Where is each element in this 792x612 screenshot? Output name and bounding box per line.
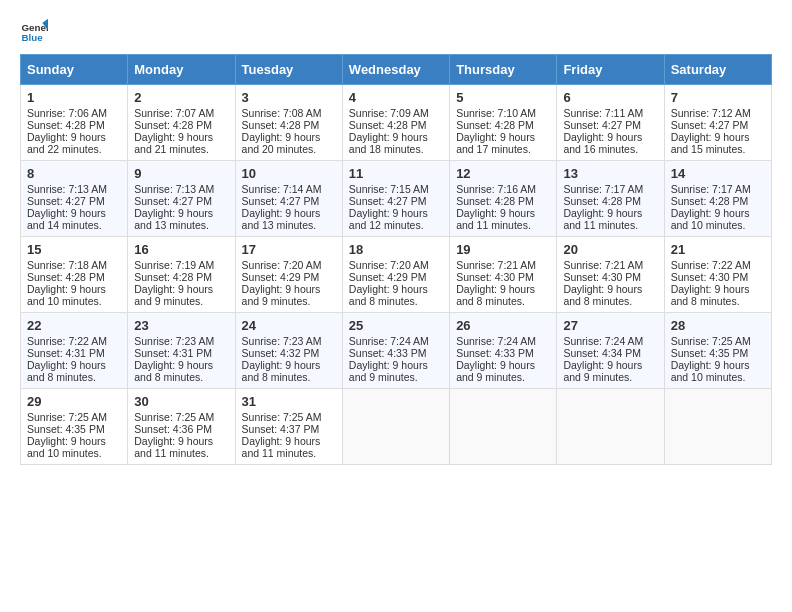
sunset-text: Sunset: 4:27 PM — [349, 195, 443, 207]
day-number: 23 — [134, 318, 228, 333]
col-header-saturday: Saturday — [664, 55, 771, 85]
sunset-text: Sunset: 4:28 PM — [563, 195, 657, 207]
sunrise-text: Sunrise: 7:17 AM — [563, 183, 657, 195]
daylight-text: Daylight: 9 hours and 8 minutes. — [563, 283, 657, 307]
calendar-cell: 19Sunrise: 7:21 AMSunset: 4:30 PMDayligh… — [450, 237, 557, 313]
calendar-cell: 22Sunrise: 7:22 AMSunset: 4:31 PMDayligh… — [21, 313, 128, 389]
calendar-cell: 20Sunrise: 7:21 AMSunset: 4:30 PMDayligh… — [557, 237, 664, 313]
sunrise-text: Sunrise: 7:22 AM — [671, 259, 765, 271]
day-number: 25 — [349, 318, 443, 333]
calendar-cell: 16Sunrise: 7:19 AMSunset: 4:28 PMDayligh… — [128, 237, 235, 313]
daylight-text: Daylight: 9 hours and 11 minutes. — [134, 435, 228, 459]
sunset-text: Sunset: 4:28 PM — [349, 119, 443, 131]
sunset-text: Sunset: 4:28 PM — [134, 119, 228, 131]
calendar-cell: 7Sunrise: 7:12 AMSunset: 4:27 PMDaylight… — [664, 85, 771, 161]
day-number: 22 — [27, 318, 121, 333]
calendar-cell: 21Sunrise: 7:22 AMSunset: 4:30 PMDayligh… — [664, 237, 771, 313]
sunrise-text: Sunrise: 7:21 AM — [456, 259, 550, 271]
calendar-cell: 26Sunrise: 7:24 AMSunset: 4:33 PMDayligh… — [450, 313, 557, 389]
sunrise-text: Sunrise: 7:25 AM — [671, 335, 765, 347]
sunset-text: Sunset: 4:30 PM — [456, 271, 550, 283]
day-number: 27 — [563, 318, 657, 333]
sunrise-text: Sunrise: 7:19 AM — [134, 259, 228, 271]
day-number: 15 — [27, 242, 121, 257]
calendar-cell: 24Sunrise: 7:23 AMSunset: 4:32 PMDayligh… — [235, 313, 342, 389]
daylight-text: Daylight: 9 hours and 9 minutes. — [242, 283, 336, 307]
calendar-cell: 1Sunrise: 7:06 AMSunset: 4:28 PMDaylight… — [21, 85, 128, 161]
daylight-text: Daylight: 9 hours and 8 minutes. — [671, 283, 765, 307]
calendar-cell: 3Sunrise: 7:08 AMSunset: 4:28 PMDaylight… — [235, 85, 342, 161]
daylight-text: Daylight: 9 hours and 9 minutes. — [563, 359, 657, 383]
daylight-text: Daylight: 9 hours and 10 minutes. — [671, 207, 765, 231]
day-number: 6 — [563, 90, 657, 105]
daylight-text: Daylight: 9 hours and 11 minutes. — [242, 435, 336, 459]
sunset-text: Sunset: 4:27 PM — [242, 195, 336, 207]
sunrise-text: Sunrise: 7:20 AM — [242, 259, 336, 271]
sunrise-text: Sunrise: 7:13 AM — [134, 183, 228, 195]
daylight-text: Daylight: 9 hours and 18 minutes. — [349, 131, 443, 155]
sunset-text: Sunset: 4:28 PM — [456, 119, 550, 131]
calendar-cell: 2Sunrise: 7:07 AMSunset: 4:28 PMDaylight… — [128, 85, 235, 161]
sunset-text: Sunset: 4:30 PM — [671, 271, 765, 283]
sunset-text: Sunset: 4:35 PM — [671, 347, 765, 359]
daylight-text: Daylight: 9 hours and 9 minutes. — [456, 359, 550, 383]
sunrise-text: Sunrise: 7:09 AM — [349, 107, 443, 119]
calendar-cell: 10Sunrise: 7:14 AMSunset: 4:27 PMDayligh… — [235, 161, 342, 237]
page-header: General Blue — [20, 16, 772, 44]
sunset-text: Sunset: 4:28 PM — [27, 271, 121, 283]
sunset-text: Sunset: 4:27 PM — [563, 119, 657, 131]
day-number: 29 — [27, 394, 121, 409]
day-number: 26 — [456, 318, 550, 333]
calendar-cell: 9Sunrise: 7:13 AMSunset: 4:27 PMDaylight… — [128, 161, 235, 237]
logo-icon: General Blue — [20, 16, 48, 44]
day-number: 3 — [242, 90, 336, 105]
svg-text:Blue: Blue — [21, 32, 43, 43]
daylight-text: Daylight: 9 hours and 13 minutes. — [134, 207, 228, 231]
col-header-thursday: Thursday — [450, 55, 557, 85]
sunrise-text: Sunrise: 7:23 AM — [134, 335, 228, 347]
day-number: 13 — [563, 166, 657, 181]
daylight-text: Daylight: 9 hours and 9 minutes. — [349, 359, 443, 383]
calendar-cell: 15Sunrise: 7:18 AMSunset: 4:28 PMDayligh… — [21, 237, 128, 313]
sunrise-text: Sunrise: 7:25 AM — [27, 411, 121, 423]
sunrise-text: Sunrise: 7:16 AM — [456, 183, 550, 195]
daylight-text: Daylight: 9 hours and 11 minutes. — [563, 207, 657, 231]
calendar-cell — [557, 389, 664, 465]
logo: General Blue — [20, 16, 52, 44]
daylight-text: Daylight: 9 hours and 8 minutes. — [27, 359, 121, 383]
calendar-cell: 18Sunrise: 7:20 AMSunset: 4:29 PMDayligh… — [342, 237, 449, 313]
calendar-cell: 6Sunrise: 7:11 AMSunset: 4:27 PMDaylight… — [557, 85, 664, 161]
sunrise-text: Sunrise: 7:25 AM — [242, 411, 336, 423]
daylight-text: Daylight: 9 hours and 10 minutes. — [27, 283, 121, 307]
day-number: 30 — [134, 394, 228, 409]
daylight-text: Daylight: 9 hours and 16 minutes. — [563, 131, 657, 155]
col-header-wednesday: Wednesday — [342, 55, 449, 85]
day-number: 12 — [456, 166, 550, 181]
sunrise-text: Sunrise: 7:24 AM — [349, 335, 443, 347]
sunset-text: Sunset: 4:28 PM — [27, 119, 121, 131]
day-number: 4 — [349, 90, 443, 105]
calendar-cell: 12Sunrise: 7:16 AMSunset: 4:28 PMDayligh… — [450, 161, 557, 237]
sunset-text: Sunset: 4:29 PM — [349, 271, 443, 283]
calendar-cell — [450, 389, 557, 465]
calendar-cell: 25Sunrise: 7:24 AMSunset: 4:33 PMDayligh… — [342, 313, 449, 389]
day-number: 2 — [134, 90, 228, 105]
sunset-text: Sunset: 4:31 PM — [27, 347, 121, 359]
sunrise-text: Sunrise: 7:12 AM — [671, 107, 765, 119]
sunset-text: Sunset: 4:28 PM — [671, 195, 765, 207]
day-number: 1 — [27, 90, 121, 105]
sunrise-text: Sunrise: 7:11 AM — [563, 107, 657, 119]
calendar-cell: 13Sunrise: 7:17 AMSunset: 4:28 PMDayligh… — [557, 161, 664, 237]
daylight-text: Daylight: 9 hours and 11 minutes. — [456, 207, 550, 231]
sunset-text: Sunset: 4:31 PM — [134, 347, 228, 359]
sunrise-text: Sunrise: 7:22 AM — [27, 335, 121, 347]
day-number: 20 — [563, 242, 657, 257]
daylight-text: Daylight: 9 hours and 8 minutes. — [242, 359, 336, 383]
calendar-cell: 31Sunrise: 7:25 AMSunset: 4:37 PMDayligh… — [235, 389, 342, 465]
sunrise-text: Sunrise: 7:24 AM — [456, 335, 550, 347]
calendar-cell: 23Sunrise: 7:23 AMSunset: 4:31 PMDayligh… — [128, 313, 235, 389]
col-header-friday: Friday — [557, 55, 664, 85]
sunrise-text: Sunrise: 7:08 AM — [242, 107, 336, 119]
calendar-cell: 17Sunrise: 7:20 AMSunset: 4:29 PMDayligh… — [235, 237, 342, 313]
day-number: 10 — [242, 166, 336, 181]
